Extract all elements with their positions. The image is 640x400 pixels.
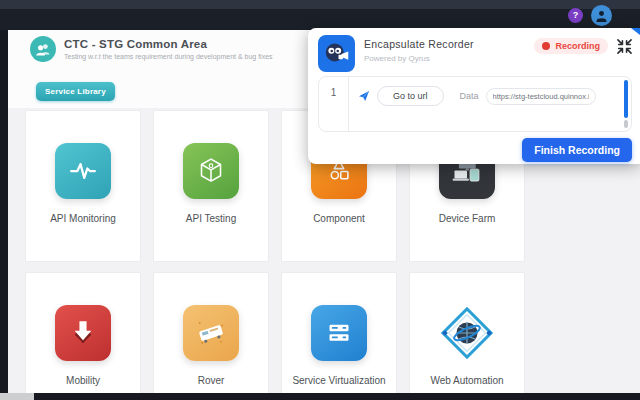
card-label: Rover bbox=[198, 375, 225, 386]
page-subtitle: Testing w.r.t the teams requirement duri… bbox=[64, 53, 273, 60]
recorder-camera-icon bbox=[318, 35, 355, 72]
collapse-icon[interactable] bbox=[617, 39, 632, 54]
workspace-header: CTC - STG Common Area Testing w.r.t the … bbox=[30, 36, 273, 62]
recorder-powered-by: Powered by Qyrus bbox=[364, 54, 474, 63]
recorded-steps-list: 1 Go to url Data bbox=[318, 76, 632, 132]
recording-status-label: Recording bbox=[555, 41, 600, 51]
download-arrow-icon bbox=[55, 305, 111, 361]
profile-avatar-icon[interactable] bbox=[591, 5, 612, 26]
card-api-testing[interactable]: API Testing bbox=[153, 110, 269, 262]
recorder-title: Encapsulate Recorder bbox=[364, 38, 474, 50]
card-label: Web Automation bbox=[430, 375, 503, 386]
recorder-header: Encapsulate Recorder Powered by Qyrus Re… bbox=[318, 35, 632, 72]
team-avatar bbox=[30, 36, 56, 62]
page-title: CTC - STG Common Area bbox=[64, 36, 273, 50]
data-label: Data bbox=[460, 91, 479, 101]
encapsulate-recorder-panel: Encapsulate Recorder Powered by Qyrus Re… bbox=[308, 28, 640, 164]
rover-icon bbox=[183, 305, 239, 361]
step-number: 1 bbox=[319, 77, 349, 131]
card-mobility[interactable]: Mobility bbox=[25, 272, 141, 393]
pulse-icon bbox=[55, 143, 111, 199]
card-label: Component bbox=[313, 213, 365, 224]
card-label: Mobility bbox=[66, 375, 100, 386]
servers-icon bbox=[311, 305, 367, 361]
step-data-input[interactable] bbox=[486, 88, 596, 105]
recorder-footer: Finish Recording bbox=[318, 138, 632, 162]
cube-icon bbox=[183, 143, 239, 199]
scrollbar-track-end bbox=[624, 120, 628, 128]
card-label: API Monitoring bbox=[50, 213, 116, 224]
finish-recording-button[interactable]: Finish Recording bbox=[522, 138, 632, 162]
card-api-monitoring[interactable]: API Monitoring bbox=[25, 110, 141, 262]
steps-scrollbar bbox=[624, 80, 628, 128]
help-glyph: ? bbox=[573, 10, 579, 20]
card-label: Service Virtualization bbox=[292, 375, 385, 386]
recorder-titles: Encapsulate Recorder Powered by Qyrus bbox=[364, 35, 474, 72]
card-label: Device Farm bbox=[439, 213, 496, 224]
card-label: API Testing bbox=[186, 213, 236, 224]
users-icon bbox=[35, 42, 51, 56]
go-to-url-button[interactable]: Go to url bbox=[377, 86, 444, 106]
taskbar-fragment bbox=[0, 393, 34, 400]
extension-icons: ? bbox=[568, 4, 612, 26]
card-web-automation[interactable]: Web Automation bbox=[409, 272, 525, 393]
card-service-virtualization[interactable]: Service Virtualization bbox=[281, 272, 397, 393]
card-rover[interactable]: Rover bbox=[153, 272, 269, 393]
scrollbar-thumb[interactable] bbox=[624, 80, 628, 118]
window-bottom-edge bbox=[0, 393, 640, 400]
recorder-header-right: Recording bbox=[534, 38, 632, 54]
step-row: Go to url Data bbox=[349, 77, 631, 106]
navigate-icon bbox=[358, 90, 370, 102]
help-icon[interactable]: ? bbox=[568, 8, 583, 23]
workspace-titles: CTC - STG Common Area Testing w.r.t the … bbox=[64, 36, 273, 62]
person-icon bbox=[595, 9, 608, 22]
globe-orbit-icon bbox=[439, 305, 495, 361]
browser-topbar: ? bbox=[0, 0, 640, 30]
service-library-button[interactable]: Service Library bbox=[36, 82, 115, 101]
recording-dot-icon bbox=[542, 42, 550, 50]
recording-status-badge: Recording bbox=[534, 38, 608, 54]
panel-corner-accent bbox=[631, 28, 640, 35]
